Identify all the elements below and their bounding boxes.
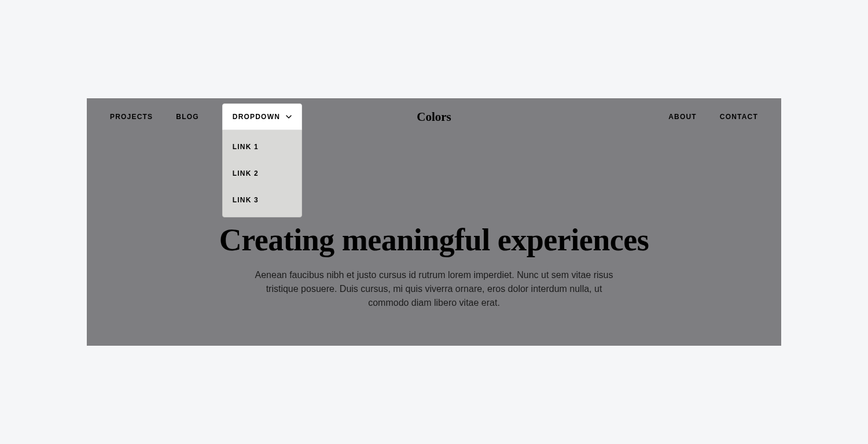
dropdown-menu: LINK 1 LINK 2 LINK 3 — [222, 130, 302, 217]
dropdown-toggle[interactable]: DROPDOWN — [222, 103, 302, 130]
nav-right: ABOUT CONTACT — [668, 113, 758, 121]
nav-link-contact[interactable]: CONTACT — [720, 113, 758, 121]
hero-title: Creating meaningful experiences — [145, 222, 723, 258]
logo[interactable]: Colors — [417, 110, 451, 124]
dropdown-item-link-1[interactable]: LINK 1 — [223, 134, 301, 160]
dropdown-item-link-2[interactable]: LINK 2 — [223, 160, 301, 187]
hero-section: Creating meaningful experiences Aenean f… — [87, 222, 781, 310]
navbar: PROJECTS BLOG DROPDOWN LINK 1 LINK 2 LIN… — [87, 98, 781, 135]
dropdown-toggle-label: DROPDOWN — [233, 113, 280, 121]
nav-left: PROJECTS BLOG DROPDOWN LINK 1 LINK 2 LIN… — [110, 103, 302, 130]
dropdown-item-link-3[interactable]: LINK 3 — [223, 187, 301, 213]
nav-link-projects[interactable]: PROJECTS — [110, 113, 153, 121]
nav-dropdown: DROPDOWN LINK 1 LINK 2 LINK 3 — [222, 103, 302, 130]
page-container: PROJECTS BLOG DROPDOWN LINK 1 LINK 2 LIN… — [87, 98, 781, 346]
nav-link-about[interactable]: ABOUT — [668, 113, 697, 121]
nav-link-blog[interactable]: BLOG — [176, 113, 198, 121]
chevron-down-icon — [286, 115, 292, 119]
hero-subtitle: Aenean faucibus nibh et justo cursus id … — [246, 268, 622, 310]
